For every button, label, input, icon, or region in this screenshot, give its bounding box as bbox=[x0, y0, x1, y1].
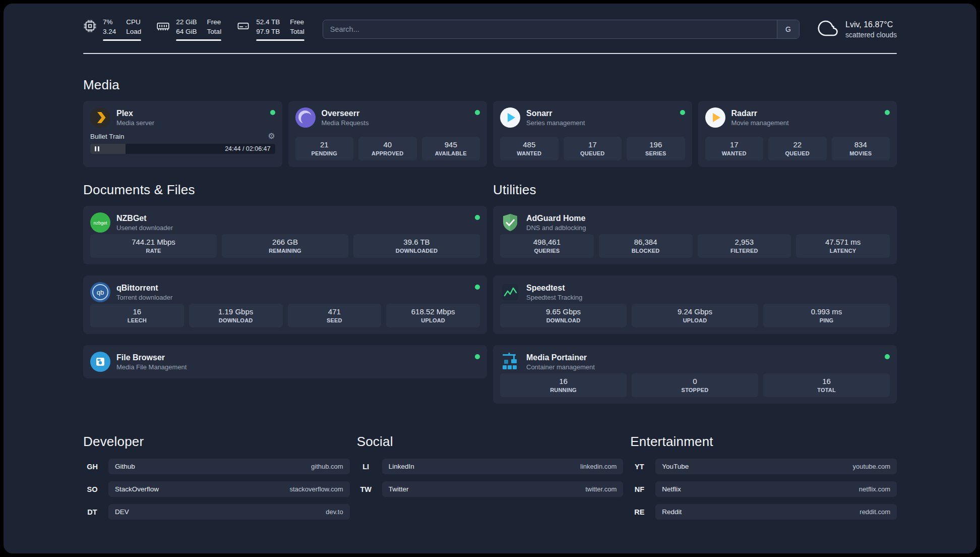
stat-value: 744.21 Mbps bbox=[94, 238, 213, 246]
disk-label-1: Free bbox=[290, 18, 304, 27]
cpu-metric: 7% CPU 3.24 Load bbox=[83, 18, 141, 41]
service-desc: Media File Management bbox=[116, 363, 187, 371]
pause-icon[interactable] bbox=[95, 146, 99, 151]
service-card-portainer[interactable]: Media Portainer Container management 16 … bbox=[493, 345, 897, 404]
plex-icon bbox=[90, 107, 110, 128]
gear-icon[interactable]: ⚙ bbox=[268, 132, 275, 140]
service-name: AdGuard Home bbox=[526, 214, 586, 223]
svg-text:qb: qb bbox=[97, 289, 104, 296]
stat-label: BLOCKED bbox=[603, 248, 689, 254]
stat-value: 16 bbox=[767, 377, 886, 385]
service-card-radarr[interactable]: Radarr Movie management 17 WANTED 22 QUE… bbox=[698, 101, 897, 167]
bookmark-name: Github bbox=[115, 463, 135, 470]
service-card-adguard[interactable]: AdGuard Home DNS and adblocking 498,461 … bbox=[493, 206, 897, 264]
stat-value: 9.65 Gbps bbox=[504, 307, 623, 316]
bookmark-link-github[interactable]: Github github.com bbox=[108, 459, 350, 474]
stat-tile: 17 QUEUED bbox=[564, 137, 622, 160]
nzbget-icon: nzbget bbox=[90, 212, 110, 233]
stat-label: LATENCY bbox=[800, 248, 886, 254]
stat-tile: 39.6 TB DOWNLOADED bbox=[353, 234, 480, 258]
ram-label-1: Free bbox=[207, 18, 222, 27]
bookmark-abbr: DT bbox=[83, 508, 101, 516]
bookmark-url: netflix.com bbox=[859, 485, 890, 493]
stat-label: SERIES bbox=[631, 150, 681, 156]
stat-label: AVAILABLE bbox=[426, 150, 476, 156]
cpu-label-1: CPU bbox=[126, 18, 141, 27]
bookmark-link-linkedin[interactable]: LinkedIn linkedin.com bbox=[382, 459, 624, 474]
service-card-nzbget[interactable]: nzbget NZBGet Usenet downloader 744.21 M… bbox=[83, 206, 487, 264]
stat-tile: 0.993 ms PING bbox=[763, 304, 890, 327]
stat-label: DOWNLOAD bbox=[193, 317, 279, 323]
portainer-icon bbox=[500, 352, 520, 372]
media-card-grid: Plex Media server Bullet Train ⚙ 24:44 /… bbox=[83, 101, 897, 167]
bookmark-link-dev[interactable]: DEV dev.to bbox=[108, 504, 350, 520]
list-item: RE Reddit reddit.com bbox=[630, 504, 897, 520]
stat-value: 40 bbox=[362, 140, 413, 149]
stat-label: QUEUED bbox=[568, 150, 618, 156]
bookmark-link-reddit[interactable]: Reddit reddit.com bbox=[655, 504, 897, 520]
search-engine-button[interactable]: G bbox=[777, 20, 799, 38]
service-card-overseerr[interactable]: Overseerr Media Requests 21 PENDING 40 A… bbox=[288, 101, 487, 167]
topbar-divider bbox=[83, 53, 897, 54]
service-name: Radarr bbox=[731, 109, 789, 118]
disk-label-2: Total bbox=[290, 27, 304, 36]
weather-widget[interactable]: Lviv, 16.87°C scattered clouds bbox=[818, 18, 897, 41]
hard-drive-icon bbox=[236, 18, 250, 33]
stat-label: RUNNING bbox=[504, 387, 623, 393]
stat-tile: 9.24 Gbps UPLOAD bbox=[632, 304, 758, 327]
service-card-plex[interactable]: Plex Media server Bullet Train ⚙ 24:44 /… bbox=[83, 101, 282, 167]
service-card-qbittorrent[interactable]: qb qBittorrent Torrent downloader 16 LEE… bbox=[83, 275, 487, 334]
service-name: Overseerr bbox=[322, 109, 369, 118]
service-card-filebrowser[interactable]: File Browser Media File Management bbox=[83, 345, 487, 378]
stat-tile: 16 LEECH bbox=[90, 304, 184, 327]
stat-label: LEECH bbox=[94, 317, 180, 323]
service-card-sonarr[interactable]: Sonarr Series management 485 WANTED 17 Q… bbox=[493, 101, 692, 167]
status-online-dot bbox=[475, 354, 480, 359]
cpu-label-2: Load bbox=[126, 27, 141, 36]
disk-metric: 52.4 TB Free 97.9 TB Total bbox=[236, 18, 304, 41]
stat-tile: 47.571 ms LATENCY bbox=[796, 234, 890, 258]
adguard-icon bbox=[500, 212, 520, 233]
bookmark-link-netflix[interactable]: Netflix netflix.com bbox=[655, 481, 897, 497]
svg-text:nzbget: nzbget bbox=[93, 220, 107, 226]
status-online-dot bbox=[475, 285, 480, 290]
stat-tile: 196 SERIES bbox=[627, 137, 685, 160]
bookmark-link-stackoverflow[interactable]: StackOverflow stackoverflow.com bbox=[108, 481, 350, 497]
stat-tile: 17 WANTED bbox=[705, 137, 764, 160]
stat-label: FILTERED bbox=[702, 248, 787, 254]
documents-column: Documents & Files nzbget NZBGet Usenet d… bbox=[83, 182, 487, 378]
section-title-documents: Documents & Files bbox=[83, 182, 487, 198]
stat-value: 196 bbox=[631, 140, 681, 149]
stat-value: 17 bbox=[709, 140, 760, 149]
playback-progress-bar[interactable]: 24:44 / 02:06:47 bbox=[90, 144, 275, 154]
stat-value: 9.24 Gbps bbox=[636, 307, 754, 316]
stat-label: PENDING bbox=[299, 150, 350, 156]
stat-tile: 21 PENDING bbox=[295, 137, 354, 160]
stat-value: 0.993 ms bbox=[767, 307, 886, 316]
list-item: LI LinkedIn linkedin.com bbox=[357, 459, 624, 474]
stat-label: RATE bbox=[94, 248, 213, 254]
service-name: Speedtest bbox=[526, 284, 582, 293]
bookmark-abbr: GH bbox=[83, 463, 101, 471]
stat-value: 16 bbox=[504, 377, 623, 385]
memory-icon bbox=[156, 18, 170, 33]
stat-tile: 471 SEED bbox=[288, 304, 382, 327]
overseerr-icon bbox=[295, 107, 316, 128]
ram-usage-bar bbox=[176, 39, 221, 41]
service-name: Plex bbox=[116, 109, 154, 118]
bookmark-url: stackoverflow.com bbox=[289, 485, 343, 493]
stat-label: WANTED bbox=[709, 150, 760, 156]
list-item: DT DEV dev.to bbox=[83, 504, 350, 520]
bookmark-link-twitter[interactable]: Twitter twitter.com bbox=[382, 481, 624, 497]
stat-tile: 266 GB REMAINING bbox=[222, 234, 348, 258]
bookmark-link-youtube[interactable]: YouTube youtube.com bbox=[655, 459, 897, 474]
stat-tile: 498,461 QUERIES bbox=[500, 234, 594, 258]
stat-tile: 2,953 FILTERED bbox=[698, 234, 791, 258]
service-card-speedtest[interactable]: Speedtest Speedtest Tracking 9.65 Gbps D… bbox=[493, 275, 897, 334]
stat-value: 39.6 TB bbox=[357, 238, 476, 246]
ram-metric: 22 GiB Free 64 GiB Total bbox=[156, 18, 221, 41]
disk-usage-bar bbox=[256, 39, 304, 41]
stat-tile: 834 MOVIES bbox=[832, 137, 890, 160]
bookmark-group-social: Social LI LinkedIn linkedin.com TW Twitt… bbox=[357, 434, 624, 497]
search-input[interactable] bbox=[323, 20, 777, 38]
